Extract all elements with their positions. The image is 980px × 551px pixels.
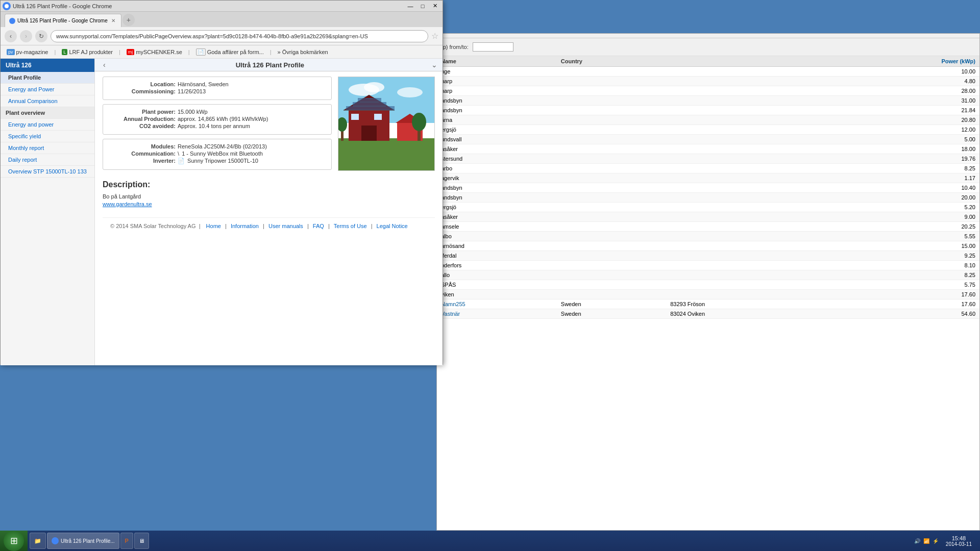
footer-home-link[interactable]: Home bbox=[206, 223, 221, 229]
bookmark-schenker[interactable]: mj mySCHENKER.se bbox=[125, 48, 184, 56]
plant-country bbox=[557, 67, 666, 77]
modules-row: Modules: ReneSola JC250M-24/Bb (02/2013) bbox=[109, 143, 325, 149]
plant-location bbox=[666, 173, 824, 183]
description-title: Description: bbox=[103, 180, 435, 189]
window-controls[interactable]: — □ ✕ bbox=[405, 2, 440, 11]
maximize-button[interactable]: □ bbox=[417, 2, 428, 11]
location-value: Härnösand, Sweden bbox=[178, 81, 229, 87]
plant-location bbox=[666, 280, 824, 290]
plant-power: 18.00 bbox=[824, 144, 979, 154]
table-row[interactable]: VastnärSweden83024 Oviken54.60 bbox=[437, 309, 979, 319]
filter-input[interactable] bbox=[473, 42, 513, 52]
tray-icon-3: ⚡ bbox=[932, 537, 940, 545]
plant-country bbox=[557, 222, 666, 232]
tab-close-icon[interactable]: ✕ bbox=[110, 17, 117, 24]
plant-country bbox=[557, 183, 666, 193]
taskbar-items: 📁 Ultrå 126 Plant Profile... P 🖥 bbox=[28, 533, 909, 549]
table-row: allo8.25 bbox=[437, 270, 979, 280]
bookmark-goda[interactable]: 📄 Goda affärer på form... bbox=[194, 47, 266, 57]
co2-row: CO2 avoided: Approx. 10.4 tons per annum bbox=[109, 123, 325, 129]
table-row: andsbyn31.00 bbox=[437, 96, 979, 106]
bookmark-lrf[interactable]: L LRF AJ produkter bbox=[60, 48, 115, 56]
plant-power: 28.00 bbox=[824, 86, 979, 96]
plant-location: 83293 Fröson bbox=[666, 299, 824, 309]
plant-location bbox=[666, 86, 824, 96]
farm-photo bbox=[338, 77, 435, 171]
new-tab-button[interactable]: + bbox=[122, 14, 135, 26]
close-button[interactable]: ✕ bbox=[429, 2, 440, 11]
plant-power: 21.84 bbox=[824, 106, 979, 115]
sidebar-item-monthly-report[interactable]: Monthly report bbox=[1, 142, 94, 154]
plant-location bbox=[666, 212, 824, 222]
plant-location bbox=[666, 77, 824, 86]
table-row[interactable]: Namn255Sweden83293 Fröson17.60 bbox=[437, 299, 979, 309]
plant-power: 10.00 bbox=[824, 67, 979, 77]
profile-body: Location: Härnösand, Sweden Commissionin… bbox=[95, 71, 443, 239]
content-area: Ultrå 126 Plant Profile Energy and Power… bbox=[1, 59, 443, 365]
sidebar-item-specific-yield[interactable]: Specific yield bbox=[1, 131, 94, 142]
bookmark-star-icon[interactable]: ☆ bbox=[431, 31, 438, 41]
sidebar-item-overview-stp[interactable]: Overview STP 15000TL-10 133 bbox=[1, 166, 94, 178]
bookmark-pv-magazine[interactable]: pv pv-magazine bbox=[5, 48, 51, 56]
active-tab[interactable]: Ultrå 126 Plant Profile - Google Chrome … bbox=[5, 14, 121, 27]
footer-terms-link[interactable]: Terms of Use bbox=[334, 223, 367, 229]
col-name: Name bbox=[437, 56, 557, 67]
table-row: andsbyn20.00 bbox=[437, 193, 979, 203]
profile-info: Location: Härnösand, Sweden Commissionin… bbox=[103, 77, 332, 174]
plant-name-link[interactable]: Namn255 bbox=[441, 301, 465, 307]
plant-location bbox=[666, 232, 824, 241]
plant-location bbox=[666, 183, 824, 193]
footer-faq-link[interactable]: FAQ bbox=[313, 223, 324, 229]
plant-location: 83024 Oviken bbox=[666, 309, 824, 319]
plant-location bbox=[666, 270, 824, 280]
url-input[interactable] bbox=[51, 30, 428, 42]
title-bar-left: Ultrå 126 Plant Profile - Google Chrome bbox=[3, 2, 112, 10]
sidebar-item-daily-report[interactable]: Daily report bbox=[1, 154, 94, 166]
footer-information-link[interactable]: Information bbox=[231, 223, 259, 229]
clock-date: 2014-03-11 bbox=[946, 541, 972, 547]
table-row: agervik1.17 bbox=[437, 173, 979, 183]
taskbar-powerpoint[interactable]: P bbox=[120, 533, 133, 549]
sidebar-item-energy-power[interactable]: Energy and Power bbox=[1, 84, 94, 95]
description-link[interactable]: www.gardenultra.se bbox=[103, 201, 435, 207]
plant-power: 5.20 bbox=[824, 203, 979, 212]
back-button[interactable]: ‹ bbox=[5, 30, 17, 42]
plant-name-link[interactable]: Vastnär bbox=[441, 311, 460, 317]
dropdown-arrow-icon[interactable]: ⌄ bbox=[431, 61, 437, 69]
footer-user-manuals-link[interactable]: User manuals bbox=[268, 223, 303, 229]
refresh-button[interactable]: ↻ bbox=[35, 30, 47, 42]
taskbar-extra[interactable]: 🖥 bbox=[134, 533, 149, 549]
tray-icon-1: 🔊 bbox=[913, 537, 921, 545]
communication-row: Communication: \ 1 - Sunny WebBox mit Bl… bbox=[109, 151, 325, 157]
sidebar-item-energy-and-power[interactable]: Energy and power bbox=[1, 119, 94, 131]
start-button[interactable]: ⊞ bbox=[0, 531, 28, 551]
plant-country: Sweden bbox=[557, 299, 666, 309]
svg-rect-17 bbox=[358, 98, 381, 102]
minimize-button[interactable]: — bbox=[405, 2, 416, 11]
location-row: Location: Härnösand, Sweden bbox=[109, 81, 325, 87]
footer-legal-link[interactable]: Legal Notice bbox=[377, 223, 408, 229]
modules-value: ReneSola JC250M-24/Bb (02/2013) bbox=[178, 143, 267, 149]
table-row: arbo8.25 bbox=[437, 164, 979, 173]
plant-country bbox=[557, 280, 666, 290]
plant-country bbox=[557, 203, 666, 212]
plant-country bbox=[557, 77, 666, 86]
forward-button[interactable]: › bbox=[20, 30, 32, 42]
sidebar-item-annual-comparison[interactable]: Annual Comparison bbox=[1, 95, 94, 107]
page-footer: © 2014 SMA Solar Technology AG | Home | … bbox=[103, 217, 435, 234]
sidebar-item-plant-profile[interactable]: Plant Profile bbox=[1, 72, 94, 84]
prev-button[interactable]: ‹ bbox=[100, 61, 109, 69]
table-row: nge10.00 bbox=[437, 67, 979, 77]
inverter-row: Inverter: 📄 Sunny Tripower 15000TL-10 bbox=[109, 158, 325, 164]
taskbar-file-explorer[interactable]: 📁 bbox=[30, 533, 46, 549]
tab-favicon bbox=[9, 18, 15, 24]
description-section: Description: Bo på Lantgård www.gardenul… bbox=[103, 180, 435, 207]
taskbar-chrome[interactable]: Ultrå 126 Plant Profile... bbox=[47, 533, 119, 549]
modules-label: Modules: bbox=[109, 143, 176, 149]
svg-point-21 bbox=[412, 113, 426, 131]
bookmark-ovriga[interactable]: » Övriga bokmärken bbox=[276, 48, 330, 56]
table-row: albo5.55 bbox=[437, 232, 979, 241]
plant-location bbox=[666, 115, 824, 125]
plant-power: 9.25 bbox=[824, 251, 979, 261]
plant-country bbox=[557, 106, 666, 115]
